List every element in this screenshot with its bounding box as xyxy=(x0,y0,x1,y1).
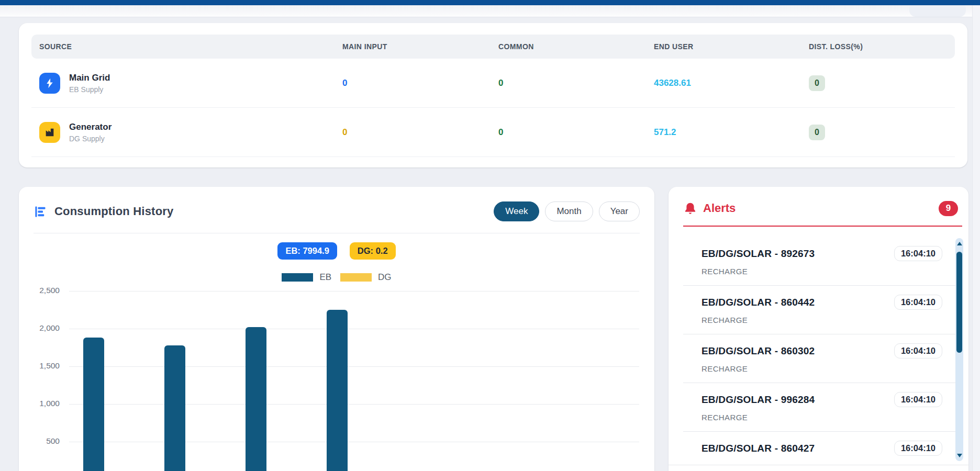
table-body: Main GridEB Supply0043628.610GeneratorDG… xyxy=(31,59,955,157)
legend-item[interactable]: DG xyxy=(340,272,392,283)
table-header-row: SOURCEMAIN INPUTCOMMONEND USERDIST. LOSS… xyxy=(31,35,955,59)
gridline xyxy=(69,291,639,291)
alert-title: EB/DG/SOLAR - 860427 xyxy=(701,443,815,454)
alert-row: EB/DG/SOLAR - 86044216:04:10 xyxy=(701,295,942,310)
header-divider xyxy=(34,233,640,233)
alerts-header-underline xyxy=(683,226,962,227)
alert-time-badge: 16:04:10 xyxy=(894,295,942,310)
alert-item[interactable]: EB/DG/SOLAR - 86042716:04:10 xyxy=(683,432,963,465)
eb-total-badge: EB: 7994.9 xyxy=(277,242,337,260)
y-axis-tick-label: 1,500 xyxy=(26,361,60,371)
range-button-year[interactable]: Year xyxy=(599,201,640,221)
alert-time-badge: 16:04:10 xyxy=(894,246,942,261)
eb-bar xyxy=(164,345,185,471)
source-name: Generator xyxy=(69,122,112,132)
y-axis-tick-label: 1,000 xyxy=(26,399,60,408)
alert-subtitle: RECHARGE xyxy=(701,316,942,324)
alert-item[interactable]: EB/DG/SOLAR - 99628416:04:10RECHARGE xyxy=(683,383,963,432)
range-button-week[interactable]: Week xyxy=(494,201,539,221)
y-axis-tick-label: 2,500 xyxy=(26,286,60,295)
alert-item[interactable]: EB/DG/SOLAR - 89267316:04:10RECHARGE xyxy=(683,237,963,286)
alert-item[interactable]: EB/DG/SOLAR - 86030216:04:10RECHARGE xyxy=(683,334,963,383)
gridline xyxy=(69,366,639,367)
page-scrollbar[interactable] xyxy=(972,5,980,471)
gridline xyxy=(69,329,639,329)
source-subtitle: DG Supply xyxy=(69,134,112,143)
source-name: Main Grid xyxy=(69,73,110,83)
gridline xyxy=(69,442,639,442)
gridline xyxy=(69,404,639,405)
column-header: SOURCE xyxy=(39,42,342,51)
alert-title: EB/DG/SOLAR - 996284 xyxy=(701,394,815,406)
alerts-list: EB/DG/SOLAR - 89267316:04:10RECHARGEEB/D… xyxy=(669,237,968,465)
range-button-month[interactable]: Month xyxy=(545,201,593,221)
scrollbar-thumb[interactable] xyxy=(956,252,962,353)
alert-item[interactable]: EB/DG/SOLAR - 86044216:04:10RECHARGE xyxy=(683,286,963,334)
alert-title: EB/DG/SOLAR - 860302 xyxy=(701,345,815,357)
legend-swatch-dg xyxy=(340,273,372,282)
legend-swatch-eb xyxy=(282,273,313,282)
source-cell: Main GridEB Supply xyxy=(39,73,342,94)
alert-subtitle: RECHARGE xyxy=(701,364,942,373)
source-text: GeneratorDG Supply xyxy=(69,122,112,143)
alert-subtitle: RECHARGE xyxy=(701,413,942,422)
dist-loss-badge: 0 xyxy=(809,125,825,140)
main-input-value: 0 xyxy=(342,127,498,138)
common-value: 0 xyxy=(498,127,654,138)
section-title: Consumption History xyxy=(54,205,173,218)
alert-row: EB/DG/SOLAR - 99628416:04:10 xyxy=(701,392,942,407)
alert-row: EB/DG/SOLAR - 86042716:04:10 xyxy=(701,441,942,456)
dg-total-badge: DG: 0.2 xyxy=(350,242,396,260)
header-band xyxy=(0,5,980,17)
source-table-card: SOURCEMAIN INPUTCOMMONEND USERDIST. LOSS… xyxy=(19,23,967,167)
legend-item[interactable]: EB xyxy=(282,272,331,283)
lightning-icon xyxy=(39,73,60,94)
source-text: Main GridEB Supply xyxy=(69,73,110,94)
scroll-down-icon[interactable] xyxy=(957,454,962,457)
alert-row: EB/DG/SOLAR - 86030216:04:10 xyxy=(701,343,942,358)
end-user-value: 571.2 xyxy=(654,127,809,138)
alert-subtitle: RECHARGE xyxy=(701,267,942,276)
alerts-count-badge: 9 xyxy=(939,201,958,216)
legend-label: EB xyxy=(319,272,331,283)
eb-bar xyxy=(327,310,348,471)
alerts-scrollbar[interactable] xyxy=(955,238,963,461)
bell-icon xyxy=(683,201,697,216)
range-toggle-group: WeekMonthYear xyxy=(494,201,640,221)
main-input-value: 0 xyxy=(342,78,498,88)
chart-header: Consumption History WeekMonthYear xyxy=(34,199,640,223)
alert-time-badge: 16:04:10 xyxy=(894,441,942,456)
eb-bar xyxy=(246,327,266,471)
chart-plot: 5001,0001,5002,0002,500 xyxy=(69,291,639,471)
chart-legend: EBDG xyxy=(19,272,654,283)
source-subtitle: EB Supply xyxy=(69,85,110,94)
eb-bar xyxy=(83,338,104,471)
column-header: END USER xyxy=(654,42,809,51)
dist-loss-cell: 0 xyxy=(809,125,947,140)
alert-time-badge: 16:04:10 xyxy=(894,343,942,358)
alerts-card: Alerts 9 EB/DG/SOLAR - 89267316:04:10REC… xyxy=(669,187,968,471)
dist-loss-cell: 0 xyxy=(809,75,947,91)
y-axis-tick-label: 500 xyxy=(26,436,60,446)
alerts-header: Alerts 9 xyxy=(683,199,958,217)
column-header: MAIN INPUT xyxy=(342,42,498,51)
common-value: 0 xyxy=(498,78,654,88)
column-header: DIST. LOSS(%) xyxy=(809,42,947,51)
alert-time-badge: 16:04:10 xyxy=(894,392,942,407)
end-user-value: 43628.61 xyxy=(654,78,809,88)
source-cell: GeneratorDG Supply xyxy=(39,122,342,143)
table-row: Main GridEB Supply0043628.610 xyxy=(31,59,955,108)
alert-title: EB/DG/SOLAR - 860442 xyxy=(701,297,815,308)
legend-label: DG xyxy=(378,272,392,283)
alert-row: EB/DG/SOLAR - 89267316:04:10 xyxy=(701,246,942,261)
table-row: GeneratorDG Supply00571.20 xyxy=(31,108,955,157)
alerts-title: Alerts xyxy=(703,201,736,215)
dist-loss-badge: 0 xyxy=(809,75,825,91)
column-header: COMMON xyxy=(498,42,654,51)
y-axis-tick-label: 2,000 xyxy=(26,323,60,333)
alert-title: EB/DG/SOLAR - 892673 xyxy=(701,248,815,260)
consumption-history-card: Consumption History WeekMonthYear EB: 79… xyxy=(19,187,654,471)
top-accent-bar xyxy=(0,0,980,5)
scroll-up-icon[interactable] xyxy=(957,242,962,245)
factory-icon xyxy=(39,122,60,143)
